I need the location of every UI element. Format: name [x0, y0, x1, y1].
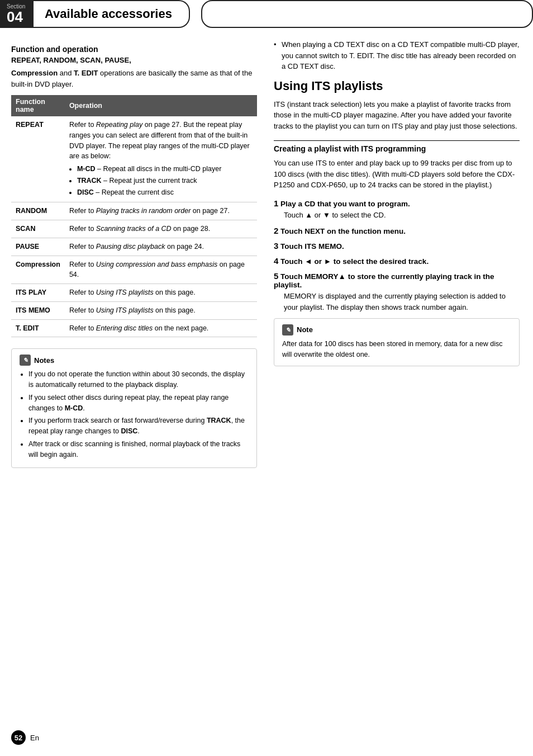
notes-title: ✎ Notes — [20, 355, 249, 366]
right-column: When playing a CD TEXT disc on a CD TEXT… — [274, 39, 520, 477]
creating-heading: Creating a playlist with ITS programming — [274, 144, 520, 153]
operation-cell: Refer to Pausing disc playback on page 2… — [65, 238, 257, 256]
left-column: Function and operation REPEAT, RANDOM, S… — [11, 39, 257, 477]
creating-text: You can use ITS to enter and play back u… — [274, 158, 520, 191]
step-title: 4 Touch ◄ or ► to select the desired tra… — [274, 256, 520, 266]
section-number: 04 — [7, 10, 27, 24]
cd-text-note: When playing a CD TEXT disc on a CD TEXT… — [274, 39, 520, 72]
step: 1 Play a CD that you want to program.Tou… — [274, 199, 520, 221]
note-title: ✎ Note — [282, 324, 511, 336]
intro-text: Compression and T. EDIT operations are b… — [11, 68, 257, 89]
operation-cell: Refer to Using compression and bass emph… — [65, 256, 257, 284]
note-item: After track or disc scanning is finished… — [28, 439, 249, 460]
step-number: 4 — [274, 256, 278, 266]
table-row: CompressionRefer to Using compression an… — [11, 256, 257, 284]
footer: 52 En — [11, 730, 39, 745]
function-name-cell: T. EDIT — [11, 319, 65, 337]
function-name-cell: REPEAT — [11, 116, 65, 202]
op-text: Refer to Pausing disc playback on page 2… — [69, 243, 204, 251]
operation-cell: Refer to Scanning tracks of a CD on page… — [65, 220, 257, 238]
op-text: Refer to Using ITS playlists on this pag… — [69, 306, 196, 314]
operation-cell: Refer to Using ITS playlists on this pag… — [65, 301, 257, 319]
step-number: 2 — [274, 226, 278, 235]
table-row: RANDOMRefer to Playing tracks in random … — [11, 202, 257, 220]
step-number: 3 — [274, 241, 278, 251]
step: 3 Touch ITS MEMO. — [274, 241, 520, 251]
table-row: T. EDITRefer to Entering disc titles on … — [11, 319, 257, 337]
divider — [274, 140, 520, 141]
step-title: 3 Touch ITS MEMO. — [274, 241, 520, 251]
repeat-random-heading: REPEAT, RANDOM, SCAN, PAUSE, — [11, 56, 257, 64]
note-icon: ✎ — [282, 324, 293, 336]
function-table: Function name Operation REPEATRefer to R… — [11, 95, 257, 337]
header-right-decoration — [201, 0, 533, 28]
table-row: ITS MEMORefer to Using ITS playlists on … — [11, 301, 257, 319]
op-text: Refer to Using ITS playlists on this pag… — [69, 289, 196, 296]
step-text: MEMORY is displayed and the currently pl… — [274, 291, 520, 313]
note-item: If you perform track search or fast forw… — [28, 415, 249, 437]
notes-list: If you do not operate the function withi… — [20, 369, 249, 460]
op-text: Refer to Playing tracks in random order … — [69, 207, 230, 215]
step-title: 1 Play a CD that you want to program. — [274, 199, 520, 208]
main-content: Function and operation REPEAT, RANDOM, S… — [0, 39, 533, 488]
table-row: ITS PLAYRefer to Using ITS playlists on … — [11, 284, 257, 302]
table-row: PAUSERefer to Pausing disc playback on p… — [11, 238, 257, 256]
notes-icon: ✎ — [20, 355, 31, 366]
its-intro: ITS (instant track selection) lets you m… — [274, 99, 520, 132]
op-text: Refer to Repeating play on page 27. But … — [69, 121, 250, 160]
step-text: Touch ▲ or ▼ to select the CD. — [274, 210, 520, 221]
function-name-cell: ITS PLAY — [11, 284, 65, 302]
table-header-row: Function name Operation — [11, 95, 257, 116]
note-item: If you select other discs during repeat … — [28, 393, 249, 414]
operation-cell: Refer to Entering disc titles on the nex… — [65, 319, 257, 337]
table-row: SCANRefer to Scanning tracks of a CD on … — [11, 220, 257, 238]
step-number: 5 — [274, 271, 278, 281]
op-text: Refer to Using compression and bass emph… — [69, 261, 245, 279]
section-box: Section 04 — [0, 0, 34, 28]
function-name-cell: Compression — [11, 256, 65, 284]
page-number: 52 — [11, 730, 26, 745]
step: 5 Touch MEMORY▲ to store the currently p… — [274, 271, 520, 313]
op-text: Refer to Entering disc titles on the nex… — [69, 324, 208, 332]
step: 4 Touch ◄ or ► to select the desired tra… — [274, 256, 520, 266]
function-name-cell: RANDOM — [11, 202, 65, 220]
page-header: Section 04 Available accessories — [0, 0, 533, 28]
page: Section 04 Available accessories Functio… — [0, 0, 533, 756]
col-function-name: Function name — [11, 95, 65, 116]
step-title: 5 Touch MEMORY▲ to store the currently p… — [274, 271, 520, 289]
note-label: Note — [297, 324, 313, 336]
bullet-item: M-CD – Repeat all discs in the multi-CD … — [77, 164, 253, 174]
step-title: 2 Touch NEXT on the function menu. — [274, 226, 520, 235]
bullet-item: TRACK – Repeat just the current track — [77, 176, 253, 186]
operation-cell: Refer to Repeating play on page 27. But … — [65, 116, 257, 202]
its-heading: Using ITS playlists — [274, 79, 520, 93]
note-text: After data for 100 discs has been stored… — [282, 339, 511, 360]
col-operation: Operation — [65, 95, 257, 116]
function-name-cell: SCAN — [11, 220, 65, 238]
title-box: Available accessories — [34, 0, 190, 28]
language-label: En — [30, 734, 39, 742]
operation-cell: Refer to Playing tracks in random order … — [65, 202, 257, 220]
steps-container: 1 Play a CD that you want to program.Tou… — [274, 199, 520, 313]
note-box: ✎ Note After data for 100 discs has been… — [274, 318, 520, 366]
function-operation-heading: Function and operation — [11, 45, 257, 54]
bullet-item: DISC – Repeat the current disc — [77, 187, 253, 198]
note-item: If you do not operate the function withi… — [28, 369, 249, 390]
op-text: Refer to Scanning tracks of a CD on page… — [69, 225, 210, 233]
step: 2 Touch NEXT on the function menu. — [274, 226, 520, 235]
step-number: 1 — [274, 199, 278, 208]
notes-box: ✎ Notes If you do not operate the functi… — [11, 348, 257, 468]
page-title: Available accessories — [45, 7, 172, 21]
notes-label: Notes — [34, 355, 54, 366]
function-name-cell: PAUSE — [11, 238, 65, 256]
table-row: REPEATRefer to Repeating play on page 27… — [11, 116, 257, 202]
function-name-cell: ITS MEMO — [11, 301, 65, 319]
operation-cell: Refer to Using ITS playlists on this pag… — [65, 284, 257, 302]
